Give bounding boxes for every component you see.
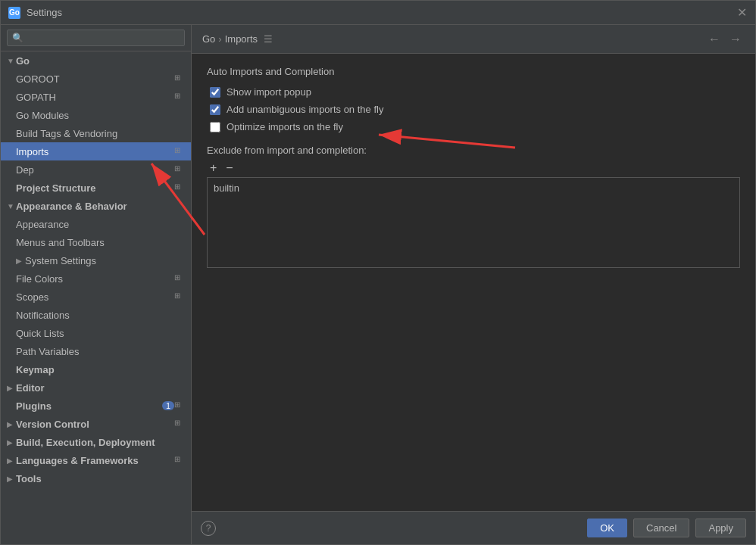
remove-exclude-button[interactable]: − (223, 162, 236, 174)
build-exec-label: Build, Execution, Deployment (16, 437, 185, 448)
panel-nav: ← → (705, 31, 745, 48)
sidebar-item-tools[interactable]: ▶ Tools (1, 469, 191, 487)
scopes-label: Scopes (16, 291, 174, 303)
sidebar-item-menus-toolbars[interactable]: Menus and Toolbars (1, 233, 191, 251)
ext-icon: ⊞ (174, 92, 185, 102)
sidebar-item-version-control[interactable]: ▶ Version Control ⊞ (1, 415, 191, 433)
add-unambiguous-row: Add unambiguous imports on the fly (207, 104, 740, 115)
add-unambiguous-label: Add unambiguous imports on the fly (226, 104, 383, 115)
window-title: Settings (27, 7, 62, 18)
sidebar-item-quick-lists[interactable]: Quick Lists (1, 324, 191, 342)
menus-toolbars-label: Menus and Toolbars (16, 237, 185, 248)
goroot-label: GOROOT (16, 73, 174, 85)
main-content: ▼ Go GOROOT ⊞ GOPATH ⊞ Go Modules Build … (1, 25, 755, 544)
exclude-item-builtin: builtin (214, 181, 733, 195)
notifications-label: Notifications (16, 310, 185, 321)
sidebar-item-build-tags[interactable]: Build Tags & Vendoring (1, 124, 191, 142)
system-settings-arrow: ▶ (16, 257, 25, 265)
ext-icon: ⊞ (174, 273, 185, 284)
add-unambiguous-checkbox[interactable] (210, 104, 220, 115)
exclude-toolbar: + − (207, 162, 740, 174)
go-arrow: ▼ (7, 57, 16, 65)
right-panel: Go › Imports ☰ ← → Auto Imports and Comp… (192, 25, 755, 544)
imports-label: Imports (16, 146, 174, 157)
project-structure-label: Project Structure (16, 182, 174, 194)
show-import-popup-label: Show import popup (226, 86, 311, 98)
breadcrumb-separator: › (218, 33, 221, 45)
quick-lists-label: Quick Lists (16, 328, 185, 339)
ext-icon: ⊞ (174, 400, 185, 411)
ok-button[interactable]: OK (587, 519, 627, 537)
ext-icon: ⊞ (174, 164, 185, 175)
sidebar: ▼ Go GOROOT ⊞ GOPATH ⊞ Go Modules Build … (1, 25, 192, 544)
sidebar-item-file-colors[interactable]: File Colors ⊞ (1, 269, 191, 288)
sidebar-item-goroot[interactable]: GOROOT ⊞ (1, 70, 191, 88)
exclude-list: builtin (207, 177, 740, 268)
nav-back-button[interactable]: ← (705, 31, 723, 48)
sidebar-item-build-exec[interactable]: ▶ Build, Execution, Deployment (1, 433, 191, 451)
build-exec-arrow: ▶ (7, 438, 16, 447)
sidebar-item-appearance-behavior[interactable]: ▼ Appearance & Behavior (1, 197, 191, 215)
sidebar-item-system-settings[interactable]: ▶ System Settings (1, 251, 191, 269)
ext-icon: ⊞ (174, 73, 185, 84)
sidebar-item-appearance[interactable]: Appearance (1, 215, 191, 233)
go-label: Go (16, 55, 185, 67)
keymap-label: Keymap (16, 364, 185, 375)
help-button[interactable]: ? (201, 521, 216, 536)
ext-icon: ⊞ (174, 419, 185, 429)
show-import-popup-row: Show import popup (207, 86, 740, 98)
close-button[interactable]: ✕ (736, 7, 748, 19)
system-settings-label: System Settings (25, 255, 185, 266)
languages-label: Languages & Frameworks (16, 455, 174, 466)
apply-button[interactable]: Apply (695, 519, 746, 537)
editor-arrow: ▶ (7, 384, 16, 392)
ext-icon: ⊞ (174, 455, 185, 466)
sidebar-item-project-structure[interactable]: Project Structure ⊞ (1, 179, 191, 197)
panel-header: Go › Imports ☰ ← → (192, 25, 755, 54)
sidebar-item-path-variables[interactable]: Path Variables (1, 342, 191, 360)
ext-icon: ⊞ (174, 182, 185, 193)
sidebar-item-keymap[interactable]: Keymap (1, 360, 191, 378)
optimize-imports-checkbox[interactable] (210, 122, 220, 132)
sidebar-item-imports[interactable]: Imports ⊞ (1, 142, 191, 160)
sidebar-item-dep[interactable]: Dep ⊞ (1, 160, 191, 179)
sidebar-item-notifications[interactable]: Notifications (1, 306, 191, 324)
sidebar-item-plugins[interactable]: Plugins 1 ⊞ (1, 397, 191, 415)
sidebar-item-go[interactable]: ▼ Go (1, 51, 191, 70)
sidebar-item-gopath[interactable]: GOPATH ⊞ (1, 88, 191, 106)
sidebar-item-languages[interactable]: ▶ Languages & Frameworks ⊞ (1, 451, 191, 469)
show-import-popup-checkbox[interactable] (210, 87, 220, 98)
dep-label: Dep (16, 164, 174, 176)
appearance-behavior-arrow: ▼ (7, 202, 16, 210)
appearance-label: Appearance (16, 219, 185, 230)
breadcrumb-icon: ☰ (264, 33, 273, 45)
optimize-imports-label: Optimize imports on the fly (226, 121, 343, 132)
panel-body: Auto Imports and Completion Show import … (192, 54, 755, 511)
app-icon: Go (8, 7, 20, 19)
breadcrumb: Go › Imports ☰ (202, 33, 273, 45)
search-box (1, 25, 191, 51)
tools-arrow: ▶ (7, 475, 16, 483)
section-title: Auto Imports and Completion (207, 66, 740, 77)
tools-label: Tools (16, 473, 185, 484)
title-bar: Go Settings ✕ (1, 1, 755, 25)
add-exclude-button[interactable]: + (207, 162, 220, 174)
nav-forward-button[interactable]: → (726, 31, 745, 48)
version-control-arrow: ▶ (7, 420, 16, 428)
plugins-badge: 1 (162, 401, 174, 410)
sidebar-item-go-modules[interactable]: Go Modules (1, 106, 191, 124)
search-input[interactable] (7, 30, 185, 46)
ext-icon: ⊞ (174, 291, 185, 302)
plugins-label: Plugins (16, 400, 162, 412)
go-modules-label: Go Modules (16, 110, 185, 121)
gopath-label: GOPATH (16, 92, 174, 103)
languages-arrow: ▶ (7, 456, 16, 465)
breadcrumb-current: Imports (225, 33, 258, 45)
appearance-behavior-label: Appearance & Behavior (16, 201, 185, 212)
file-colors-label: File Colors (16, 273, 174, 285)
cancel-button[interactable]: Cancel (633, 519, 689, 537)
sidebar-item-scopes[interactable]: Scopes ⊞ (1, 288, 191, 306)
version-control-label: Version Control (16, 419, 174, 430)
build-tags-label: Build Tags & Vendoring (16, 128, 185, 139)
sidebar-item-editor[interactable]: ▶ Editor (1, 378, 191, 397)
